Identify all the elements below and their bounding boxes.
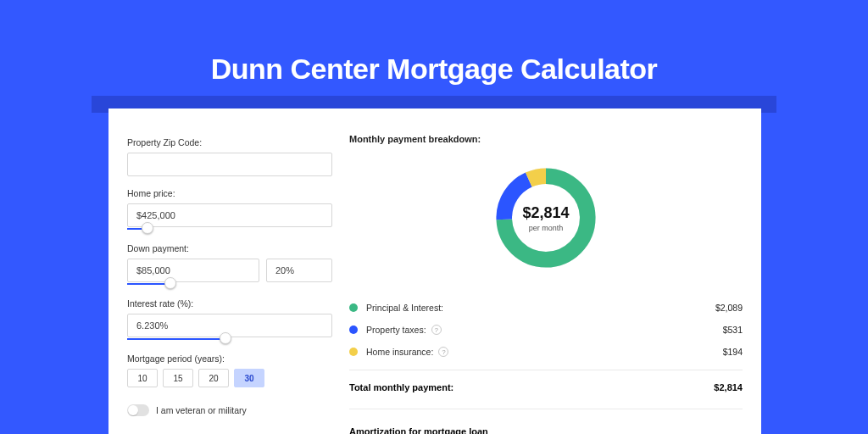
total-label: Total monthly payment: (349, 382, 453, 392)
interest-label: Interest rate (%): (127, 298, 332, 309)
calculator-card: Property Zip Code: Home price: Down paym… (108, 108, 761, 434)
home-price-label: Home price: (127, 188, 332, 198)
veteran-toggle[interactable] (127, 404, 149, 416)
breakdown-panel: Monthly payment breakdown: $2,814 per mo… (349, 134, 743, 434)
slider-thumb[interactable] (164, 277, 176, 289)
toggle-knob (128, 405, 138, 415)
divider (349, 409, 743, 409)
period-button-10[interactable]: 10 (127, 369, 158, 387)
donut-center-sub: per month (529, 224, 564, 232)
total-amount: $2,814 (714, 382, 743, 392)
amortization-title: Amortization for mortgage loan (349, 426, 743, 434)
period-row: 10152030 (127, 369, 332, 387)
down-payment-label: Down payment: (127, 243, 332, 253)
home-price-slider[interactable] (127, 226, 332, 231)
slider-thumb[interactable] (220, 332, 231, 344)
period-button-20[interactable]: 20 (198, 369, 229, 387)
legend-row: Home insurance:?$194 (349, 341, 743, 363)
legend-label: Principal & Interest: (366, 303, 443, 313)
period-label: Mortgage period (years): (127, 353, 332, 364)
legend-dot (349, 326, 358, 334)
donut-chart: $2,814 per month (491, 163, 601, 273)
down-payment-input[interactable] (127, 259, 259, 282)
zip-input[interactable] (127, 153, 332, 176)
legend-label: Home insurance: (366, 347, 433, 357)
legend-amount: $194 (723, 347, 743, 357)
down-payment-slider[interactable] (127, 281, 263, 287)
divider (349, 370, 743, 370)
down-payment-pct-input[interactable] (266, 259, 332, 282)
breakdown-title: Monthly payment breakdown: (349, 134, 743, 144)
legend-dot (349, 303, 358, 312)
input-panel: Property Zip Code: Home price: Down paym… (127, 134, 332, 434)
legend: Principal & Interest:$2,089Property taxe… (349, 297, 743, 363)
slider-fill (127, 338, 225, 340)
legend-amount: $2,089 (715, 303, 743, 313)
period-button-15[interactable]: 15 (163, 369, 193, 387)
info-icon[interactable]: ? (431, 325, 442, 335)
veteran-label: I am veteran or military (156, 405, 247, 415)
period-button-30[interactable]: 30 (234, 369, 264, 387)
legend-amount: $531 (723, 325, 743, 335)
slider-thumb[interactable] (142, 222, 153, 234)
legend-dot (349, 348, 358, 356)
donut-center-amount: $2,814 (522, 204, 569, 222)
legend-row: Property taxes:?$531 (349, 319, 743, 341)
interest-slider[interactable] (127, 337, 332, 342)
zip-label: Property Zip Code: (127, 137, 332, 147)
home-price-input[interactable] (127, 203, 332, 227)
info-icon[interactable]: ? (438, 347, 448, 357)
legend-row: Principal & Interest:$2,089 (349, 297, 743, 319)
legend-label: Property taxes: (366, 325, 426, 335)
page-title: Dunn Center Mortgage Calculator (0, 0, 868, 86)
